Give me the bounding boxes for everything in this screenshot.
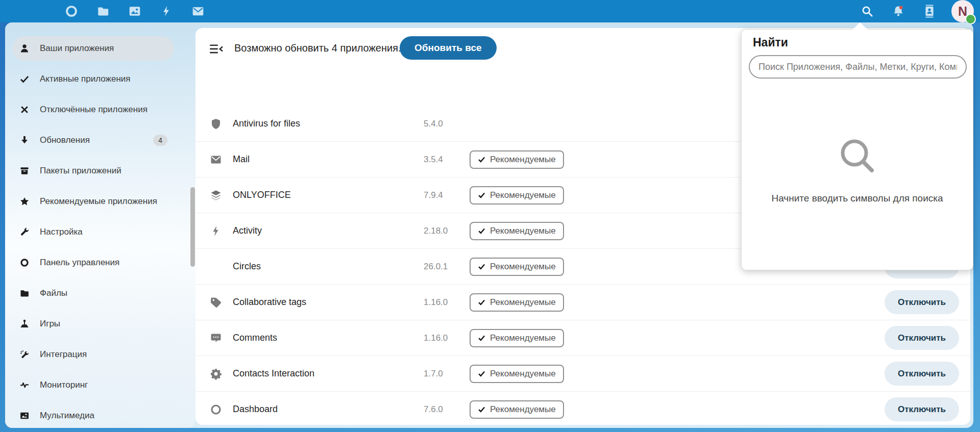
magnifier-icon (838, 137, 877, 177)
update-all-button[interactable]: Обновить все (400, 36, 497, 60)
app-row-contacts-interaction[interactable]: Contacts Interaction 1.7.0 Рекомендуемые… (195, 356, 970, 392)
recommended-badge-label: Рекомендуемые (490, 404, 556, 415)
sidebar-item-disabled-apps[interactable]: Отключённые приложения (12, 97, 174, 122)
sidebar-item-label: Игры (40, 319, 60, 329)
circle-outline-icon (209, 403, 223, 416)
updates-count-badge: 4 (153, 135, 167, 146)
app-name: Comments (233, 333, 277, 343)
sidebar-scrollbar-thumb[interactable] (190, 187, 195, 267)
sidebar-item-updates[interactable]: Обновления 4 (12, 128, 174, 153)
app-name: Mail (233, 154, 250, 165)
recommended-badge-label: Рекомендуемые (490, 297, 556, 308)
sidebar-item-files[interactable]: Файлы (12, 281, 174, 306)
app-version: 7.9.4 (424, 190, 443, 200)
recommended-badge: Рекомендуемые (470, 329, 564, 347)
sidebar-item-active-apps[interactable]: Активные приложения (12, 67, 174, 91)
contacts-icon[interactable] (920, 2, 939, 20)
sidebar-item-games[interactable]: Игры (12, 312, 174, 336)
sidebar-item-integration[interactable]: Интеграция (12, 342, 174, 367)
sidebar-item-admin-panel[interactable]: Панель управления (12, 250, 174, 275)
recommended-badge: Рекомендуемые (470, 293, 564, 312)
topbar-right-actions: N (858, 0, 974, 22)
app-version: 26.0.1 (424, 262, 448, 272)
update-notice-text: Возможно обновить 4 приложения. (234, 42, 401, 54)
activity-app-icon[interactable] (157, 2, 176, 20)
app-row-collaborative-tags[interactable]: Collaborative tags 1.16.0 Рекомендуемые … (195, 285, 970, 320)
sidebar-item-featured-apps[interactable]: Рекомендуемые приложения (12, 189, 174, 214)
sidebar-toggle-icon[interactable] (210, 44, 223, 54)
app-version: 3.5.4 (424, 155, 443, 165)
recommended-badge: Рекомендуемые (470, 150, 564, 169)
sidebar-item-label: Мультимедиа (40, 411, 94, 421)
app-name: Dashboard (233, 404, 278, 415)
sidebar-item-label: Ваши приложения (40, 43, 114, 54)
disable-button[interactable]: Отключить (885, 397, 959, 421)
sidebar-item-monitoring[interactable]: Мониторинг (12, 373, 174, 397)
app-version: 1.16.0 (424, 297, 448, 308)
app-name: Contacts Interaction (233, 368, 314, 379)
photos-app-icon[interactable] (126, 2, 144, 20)
recommended-badge-label: Рекомендуемые (490, 262, 556, 272)
search-input[interactable] (749, 55, 967, 79)
star-icon (19, 196, 30, 207)
sidebar-item-your-apps[interactable]: Ваши приложения (12, 36, 174, 61)
popup-arrow (852, 22, 868, 30)
sidebar-item-multimedia[interactable]: Мультимедиа (12, 403, 174, 428)
folder-icon (19, 288, 30, 298)
close-icon (19, 105, 30, 115)
search-empty-hint: Начните вводить символы для поиска (742, 193, 973, 204)
pulse-icon (19, 380, 30, 390)
bundle-box-icon (19, 166, 30, 176)
app-name: ONLYOFFICE (233, 190, 291, 200)
sidebar-item-label: Панель управления (40, 258, 119, 268)
notifications-bell-icon[interactable] (889, 2, 908, 20)
files-app-icon[interactable] (94, 2, 112, 20)
joystick-icon (19, 319, 30, 329)
recommended-badge-label: Рекомендуемые (490, 333, 556, 343)
image-icon (19, 411, 30, 421)
app-name: Circles (233, 261, 261, 272)
app-name: Antivirus for files (233, 118, 300, 129)
recommended-badge-label: Рекомендуемые (490, 190, 556, 200)
sidebar-item-settings[interactable]: Настройка (12, 220, 174, 244)
search-icon[interactable] (858, 2, 876, 20)
app-row-dashboard[interactable]: Dashboard 7.6.0 Рекомендуемые Отключить (195, 392, 970, 425)
apps-sidebar: Ваши приложения Активные приложения Откл… (5, 22, 195, 428)
shield-icon (209, 118, 223, 130)
sidebar-item-label: Отключённые приложения (40, 105, 148, 115)
envelope-icon (209, 154, 223, 166)
mail-app-icon[interactable] (189, 2, 207, 20)
disable-button[interactable]: Отключить (885, 326, 959, 350)
sidebar-item-label: Рекомендуемые приложения (40, 196, 157, 207)
sidebar-item-label: Интеграция (40, 349, 87, 360)
tag-icon (209, 296, 223, 309)
disable-button[interactable]: Отключить (885, 290, 959, 314)
recommended-badge-label: Рекомендуемые (490, 226, 556, 236)
sidebar-item-label: Файлы (40, 288, 67, 298)
logo-ring-icon[interactable] (62, 2, 81, 20)
comment-bubble-icon (209, 332, 223, 344)
circle-o-icon (19, 258, 30, 268)
recommended-badge: Рекомендуемые (470, 186, 564, 205)
recommended-badge-label: Рекомендуемые (490, 155, 556, 165)
recommended-badge: Рекомендуемые (470, 222, 564, 240)
app-row-comments[interactable]: Comments 1.16.0 Рекомендуемые Отключить (195, 320, 970, 356)
sidebar-item-label: Активные приложения (40, 74, 131, 84)
layers-icon (209, 189, 223, 201)
search-popup-title: Найти (753, 36, 788, 49)
user-icon (19, 43, 30, 54)
app-version: 1.7.0 (424, 369, 443, 379)
recommended-badge: Рекомендуемые (470, 400, 564, 419)
app-version: 7.6.0 (424, 404, 443, 415)
user-avatar[interactable]: N (951, 0, 974, 22)
app-version: 2.18.0 (424, 226, 448, 236)
disable-button[interactable]: Отключить (885, 362, 959, 386)
sidebar-item-label: Мониторинг (40, 380, 88, 390)
gear-icon (209, 368, 223, 380)
sidebar-item-app-bundles[interactable]: Пакеты приложений (12, 159, 174, 183)
app-version: 1.16.0 (424, 333, 448, 343)
app-name: Activity (233, 225, 262, 236)
wrench-icon (19, 227, 30, 237)
app-version: 5.4.0 (424, 119, 443, 129)
sidebar-item-label: Настройка (40, 227, 83, 237)
